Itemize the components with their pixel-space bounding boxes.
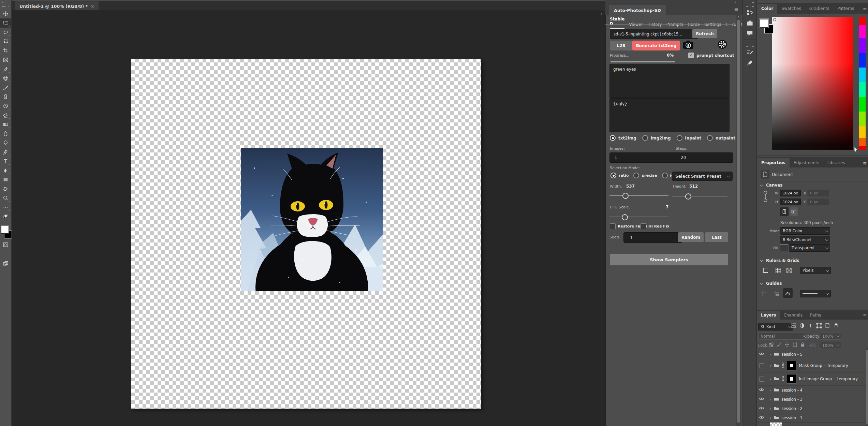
dock-tool-presets-icon[interactable] — [743, 58, 757, 68]
layer-thumbnail[interactable] — [770, 422, 782, 426]
layer-row[interactable]: ›session - 2 — [756, 404, 866, 413]
toggle-transparency-icon[interactable] — [785, 266, 794, 275]
tool-dodge[interactable] — [0, 138, 11, 147]
toggle-grid-icon[interactable] — [774, 266, 783, 275]
layer-name[interactable]: Mask Group -- temporary — [799, 363, 848, 368]
tab-layers[interactable]: Layers — [757, 311, 780, 320]
radio-inpaint[interactable]: inpaint — [677, 135, 702, 141]
units-dropdown[interactable]: Pixels — [800, 267, 831, 274]
layer-visibility-empty[interactable] — [759, 377, 764, 382]
layer-visibility-cell[interactable] — [756, 413, 767, 422]
tool-rectangular-marquee[interactable] — [0, 18, 11, 28]
expand-chevron-icon[interactable]: › — [770, 397, 771, 402]
tool-quick-mask[interactable] — [0, 240, 11, 249]
tab-channels[interactable]: Channels — [780, 311, 806, 320]
refresh-button[interactable]: Refresh — [692, 29, 717, 38]
tool-zoom[interactable] — [0, 193, 11, 203]
lock-guides-icon[interactable] — [772, 289, 781, 298]
tool-frame[interactable] — [0, 55, 11, 64]
steps-input[interactable]: 20 — [676, 152, 733, 163]
fill-swatch[interactable] — [780, 244, 788, 251]
tab-stable-diffusion[interactable]: Stable D — [610, 17, 624, 29]
layer-row-body[interactable]: ›session - 4 — [767, 386, 866, 395]
layer-thumbnail[interactable] — [787, 361, 796, 370]
layer-visibility-cell[interactable] — [756, 404, 767, 413]
document-tab[interactable]: Untitled-1 @ 100% (RGB/8) * × — [15, 1, 99, 11]
tab-history[interactable]: History — [647, 22, 662, 29]
images-input[interactable]: 1 — [609, 152, 680, 163]
tool-more-tools[interactable] — [0, 203, 11, 212]
tool-move[interactable] — [0, 9, 11, 18]
tool-object-selection[interactable] — [0, 37, 11, 46]
tool-gradient[interactable] — [0, 120, 11, 129]
toggle-guides-icon[interactable] — [760, 289, 768, 298]
tool-type[interactable] — [0, 157, 11, 166]
layer-visibility-cell[interactable] — [756, 350, 767, 359]
canvas-height-input[interactable]: 1024 px — [780, 199, 801, 205]
layer-row[interactable]: ›session - 3 — [756, 395, 866, 404]
model-dropdown[interactable]: sd-v1-5-inpainting.ckpt [c6bbc15... — [610, 29, 698, 39]
layer-visibility-eye-icon[interactable] — [759, 397, 764, 402]
layer-visibility-cell[interactable] — [756, 372, 767, 385]
generate-button[interactable]: Generate txt2img — [632, 41, 680, 50]
tab-adjustments[interactable]: Adjustments — [790, 158, 823, 168]
layer-visibility-eye-icon[interactable] — [759, 352, 764, 357]
prompt-shortcut-checkbox[interactable]: ✓ — [688, 53, 694, 58]
tool-brush[interactable] — [0, 83, 11, 92]
layer-row-partial[interactable] — [756, 422, 866, 426]
lock-artboard-icon[interactable] — [792, 342, 797, 347]
layer-visibility-empty[interactable] — [759, 363, 764, 368]
expand-chevron-icon[interactable]: › — [770, 377, 771, 381]
tab-libraries[interactable]: Libraries — [823, 158, 849, 168]
layers-scrollbar[interactable] — [866, 348, 868, 426]
expand-chevron-icon[interactable]: › — [770, 407, 771, 411]
expand-chevron-icon[interactable]: › — [770, 364, 771, 368]
layer-row[interactable]: ›session - 1 — [756, 413, 866, 423]
layer-thumbnail[interactable] — [787, 374, 796, 384]
tab-patterns[interactable]: Patterns — [833, 4, 858, 14]
lock-pixels-icon[interactable] — [777, 342, 782, 347]
collapse-dock-icon[interactable]: » — [734, 0, 736, 4]
layer-row-body[interactable]: ›Mask Group -- temporary — [767, 359, 866, 372]
filter-toggle-icon[interactable] — [833, 323, 839, 328]
layer-visibility-eye-icon[interactable] — [759, 388, 764, 393]
canvas-width-input[interactable]: 1024 px — [780, 190, 801, 196]
dock-comments-icon[interactable] — [743, 28, 757, 38]
tab-color[interactable]: Color — [757, 4, 777, 14]
layer-filter-kind-dropdown[interactable]: Kind — [758, 323, 793, 330]
radio-precise[interactable]: precise — [633, 173, 657, 178]
tool-eyedropper[interactable] — [0, 64, 11, 74]
radio-txt2img[interactable]: txt2img — [610, 135, 636, 141]
expand-chevron-icon[interactable]: › — [770, 352, 771, 357]
layer-visibility-eye-icon[interactable] — [759, 415, 764, 420]
properties-menu-icon[interactable]: ≡ — [863, 160, 867, 166]
toolbar-grip[interactable] — [2, 6, 9, 7]
height-slider[interactable] — [672, 196, 727, 196]
lock-position-icon[interactable] — [784, 342, 790, 347]
orientation-portrait-button[interactable] — [780, 207, 789, 216]
color-mode-dropdown[interactable]: RGB Color — [780, 227, 830, 235]
gear-settings-icon[interactable] — [718, 40, 727, 49]
foreground-color-swatch[interactable] — [760, 19, 768, 28]
filter-shape-icon[interactable] — [816, 323, 822, 328]
dock-brush-settings-icon[interactable] — [743, 47, 757, 58]
tool-path-selection[interactable] — [0, 166, 11, 175]
tool-clone-stamp[interactable] — [0, 92, 11, 101]
layer-visibility-eye-icon[interactable] — [759, 406, 764, 411]
smart-preset-dropdown[interactable]: Select Smart Preset — [672, 172, 733, 181]
tab-swatches[interactable]: Swatches — [777, 4, 805, 14]
layer-name[interactable]: session - 3 — [781, 397, 802, 402]
tool-spot-healing-brush[interactable] — [0, 74, 11, 83]
filter-adjustment-icon[interactable] — [799, 323, 805, 328]
filter-type-icon[interactable] — [808, 323, 813, 328]
layer-row-body[interactable]: ›Init Image Group -- temporary — [767, 372, 866, 385]
color-selector-marker[interactable] — [773, 18, 776, 21]
layers-menu-icon[interactable]: ≡ — [863, 312, 867, 318]
plugin-tab[interactable]: Auto-Photoshop-SD — [609, 5, 666, 15]
layer-visibility-cell[interactable] — [756, 359, 767, 372]
tool-lasso[interactable] — [0, 28, 11, 37]
seed-input[interactable]: -1 — [623, 232, 682, 243]
negative-prompt-textarea[interactable]: {ugly} — [609, 98, 730, 132]
tool-rectangle[interactable] — [0, 175, 11, 184]
tab-properties[interactable]: Properties — [757, 158, 790, 168]
